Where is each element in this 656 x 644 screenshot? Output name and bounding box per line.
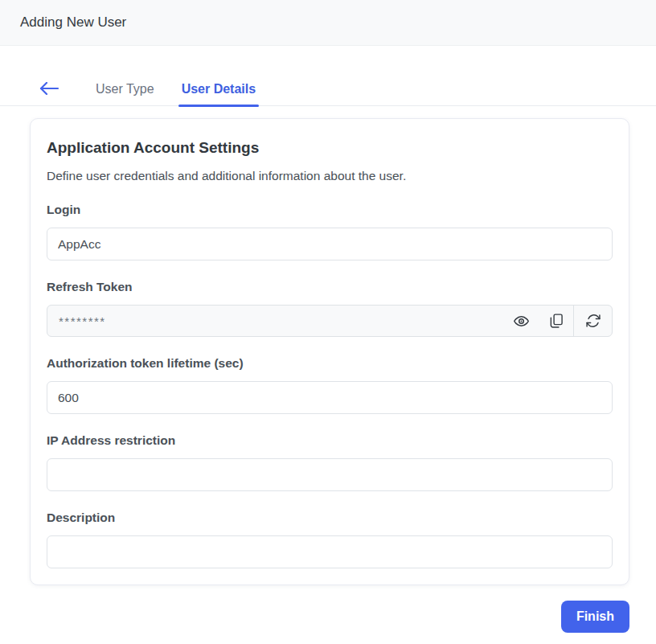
ip-restriction-input[interactable] (47, 458, 613, 491)
login-input[interactable] (47, 228, 613, 260)
token-lifetime-label: Authorization token lifetime (sec) (47, 356, 613, 371)
login-field-group: Login (47, 203, 613, 260)
ip-restriction-field-group: IP Address restriction (47, 433, 613, 491)
adding-new-user-page: Adding New User User Type User Details A… (0, 0, 656, 644)
show-token-button[interactable] (504, 306, 539, 336)
page-title: Adding New User (20, 14, 126, 31)
wizard-footer: Finish (0, 585, 656, 633)
card-title: Application Account Settings (47, 139, 613, 157)
copy-icon (548, 313, 564, 329)
eye-icon (513, 313, 530, 330)
token-lifetime-input[interactable] (47, 381, 613, 414)
application-account-settings-card: Application Account Settings Define user… (30, 118, 629, 585)
description-input[interactable] (47, 535, 613, 568)
ip-restriction-label: IP Address restriction (47, 433, 613, 448)
description-label: Description (47, 511, 613, 525)
tab-label: User Type (96, 82, 154, 96)
refresh-token-label: Refresh Token (47, 280, 613, 294)
regenerate-token-button[interactable] (573, 306, 612, 336)
login-label: Login (47, 203, 613, 217)
token-lifetime-field-group: Authorization token lifetime (sec) (47, 356, 613, 414)
tab-user-details[interactable]: User Details (168, 73, 270, 105)
description-field-group: Description (47, 511, 613, 568)
refresh-token-masked-value: ******** (47, 306, 504, 336)
tab-user-type[interactable]: User Type (82, 73, 168, 105)
left-arrow-icon (39, 82, 59, 97)
refresh-token-input-group: ******** (47, 305, 613, 337)
refresh-icon (585, 313, 601, 329)
finish-button[interactable]: Finish (561, 601, 629, 633)
copy-token-button[interactable] (539, 306, 573, 336)
back-button[interactable] (38, 79, 61, 100)
wizard-tabs: User Type User Details (0, 73, 656, 106)
app-header: Adding New User (0, 0, 656, 46)
tab-label: User Details (182, 82, 256, 96)
card-subtitle: Define user credentials and additional i… (47, 169, 613, 183)
refresh-token-field-group: Refresh Token ******** (47, 280, 613, 337)
